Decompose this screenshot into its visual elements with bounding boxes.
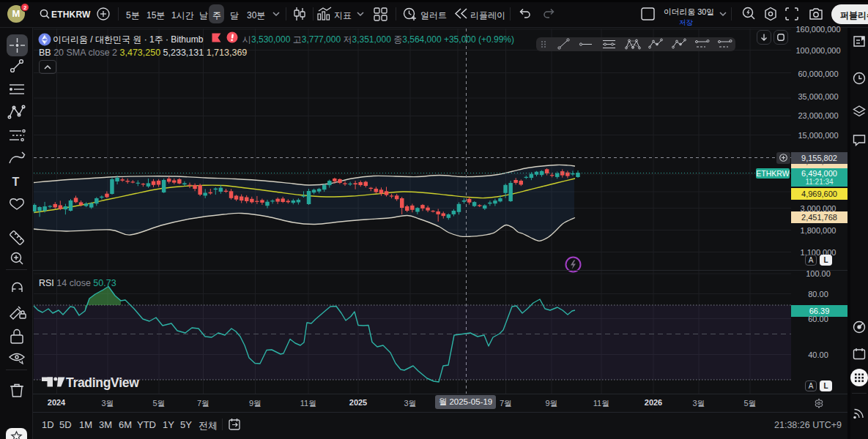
svg-text:TradingView: TradingView	[66, 375, 139, 390]
svg-text:T: T	[12, 176, 20, 188]
